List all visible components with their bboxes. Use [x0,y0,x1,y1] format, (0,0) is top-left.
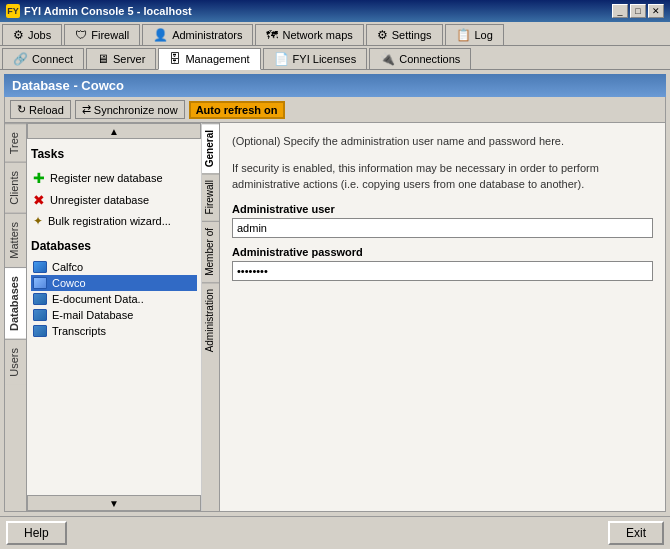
admins-icon: 👤 [153,28,168,42]
mid-tabs: General Firewall Member of Administratio… [202,123,220,511]
side-tab-users[interactable]: Users [5,339,26,385]
tab-administrators[interactable]: 👤 Administrators [142,24,253,45]
admin-user-input[interactable] [232,218,653,238]
databases-title: Databases [31,239,197,253]
task-bulk-wizard[interactable]: ✦ Bulk registration wizard... [31,211,197,231]
description-2: If security is enabled, this information… [232,160,653,193]
exit-button[interactable]: Exit [608,521,664,545]
reload-button[interactable]: ↻ Reload [10,100,71,119]
title-bar: FY FYI Admin Console 5 - localhost _ □ ✕ [0,0,670,22]
tab-settings[interactable]: ⚙ Settings [366,24,443,45]
toolbar: ↻ Reload ⇄ Synchronize now Auto refresh … [4,97,666,123]
tab-connections[interactable]: 🔌 Connections [369,48,471,69]
management-icon: 🗄 [169,52,181,66]
server-icon: 🖥 [97,52,109,66]
window-controls[interactable]: _ □ ✕ [612,4,664,18]
description-1: (Optional) Specify the administration us… [232,133,653,150]
sync-icon: ⇄ [82,103,91,116]
databases-section: Databases Calfco Cowco E-d [31,239,197,339]
tab-log[interactable]: 📋 Log [445,24,504,45]
settings-icon: ⚙ [377,28,388,42]
remove-icon: ✖ [33,192,45,208]
tab-management[interactable]: 🗄 Management [158,48,260,70]
mid-tab-general[interactable]: General [202,123,219,173]
connect-icon: 🔗 [13,52,28,66]
db-icon [33,277,47,289]
jobs-icon: ⚙ [13,28,24,42]
tab-network-maps[interactable]: 🗺 Network maps [255,24,363,45]
left-panel: ▲ Tasks ✚ Register new database ✖ Unregi… [27,123,202,511]
reload-icon: ↻ [17,103,26,116]
tab-firewall[interactable]: 🛡 Firewall [64,24,140,45]
db-icon [33,309,47,321]
log-icon: 📋 [456,28,471,42]
content-area: Database - Cowco ↻ Reload ⇄ Synchronize … [0,70,670,516]
task-register-db[interactable]: ✚ Register new database [31,167,197,189]
add-icon: ✚ [33,170,45,186]
tabs-row-2: 🔗 Connect 🖥 Server 🗄 Management 📄 FYI Li… [0,46,670,70]
db-item-edoc[interactable]: E-document Data.. [31,291,197,307]
admin-password-input[interactable] [232,261,653,281]
tabs-row-1: ⚙ Jobs 🛡 Firewall 👤 Administrators 🗺 Net… [0,22,670,46]
admin-password-label: Administrative password [232,246,653,258]
side-tab-databases[interactable]: Databases [5,267,26,339]
title-text: FY FYI Admin Console 5 - localhost [6,4,192,18]
licenses-icon: 📄 [274,52,289,66]
minimize-button[interactable]: _ [612,4,628,18]
side-tab-matters[interactable]: Matters [5,213,26,267]
firewall-icon: 🛡 [75,28,87,42]
wizard-icon: ✦ [33,214,43,228]
right-panel: (Optional) Specify the administration us… [220,123,665,511]
tab-fyi-licenses[interactable]: 📄 FYI Licenses [263,48,368,69]
db-item-transcripts[interactable]: Transcripts [31,323,197,339]
side-tabs: Tree Clients Matters Databases Users [5,123,27,511]
app-icon: FY [6,4,20,18]
db-icon [33,293,47,305]
admin-user-label: Administrative user [232,203,653,215]
synchronize-now-button[interactable]: ⇄ Synchronize now [75,100,185,119]
mid-tab-firewall[interactable]: Firewall [202,173,219,220]
close-button[interactable]: ✕ [648,4,664,18]
scroll-content: Tasks ✚ Register new database ✖ Unregist… [27,139,201,495]
db-icon [33,325,47,337]
db-icon [33,261,47,273]
auto-refresh-button[interactable]: Auto refresh on [189,101,285,119]
scroll-panel: ▲ Tasks ✚ Register new database ✖ Unregi… [27,123,201,511]
bottom-bar: Help Exit [0,516,670,549]
side-tab-clients[interactable]: Clients [5,162,26,213]
db-item-cowco[interactable]: Cowco [31,275,197,291]
mid-tab-administration[interactable]: Administration [202,282,219,358]
main-container: ⚙ Jobs 🛡 Firewall 👤 Administrators 🗺 Net… [0,22,670,549]
mid-tab-member-of[interactable]: Member of [202,221,219,282]
db-header: Database - Cowco [4,74,666,97]
db-item-calfco[interactable]: Calfco [31,259,197,275]
db-item-email[interactable]: E-mail Database [31,307,197,323]
scroll-down-button[interactable]: ▼ [27,495,201,511]
side-tab-tree[interactable]: Tree [5,123,26,162]
tab-jobs[interactable]: ⚙ Jobs [2,24,62,45]
scroll-up-button[interactable]: ▲ [27,123,201,139]
maximize-button[interactable]: □ [630,4,646,18]
tab-server[interactable]: 🖥 Server [86,48,156,69]
help-button[interactable]: Help [6,521,67,545]
network-icon: 🗺 [266,28,278,42]
connections-icon: 🔌 [380,52,395,66]
panel-area: Tree Clients Matters Databases Users ▲ T… [4,123,666,512]
task-unregister-db[interactable]: ✖ Unregister database [31,189,197,211]
tab-connect[interactable]: 🔗 Connect [2,48,84,69]
tasks-title: Tasks [31,147,197,161]
